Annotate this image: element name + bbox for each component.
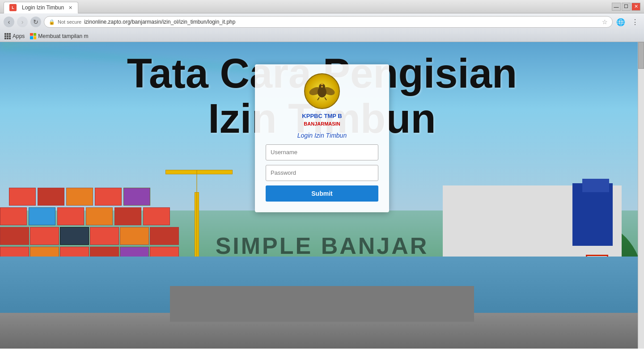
ray-1 [0, 42, 389, 44]
svg-point-5 [321, 86, 323, 88]
scrollbar[interactable] [638, 42, 644, 349]
org-location: BANJARMASIN [266, 121, 378, 126]
login-label: Login Izin Timbun [266, 132, 378, 139]
main-content: ⚠ Tata Cara Pengisian Izin Timbun SIMPLE… [0, 42, 644, 349]
ray-2 [0, 42, 445, 46]
minimize-button[interactable]: — [612, 3, 621, 11]
tab-favicon: L [9, 4, 17, 11]
ground-area [170, 286, 474, 322]
eagle-emblem-icon [309, 78, 335, 105]
tab-close-button[interactable]: ✕ [68, 5, 72, 11]
maximize-button[interactable]: ☐ [622, 3, 631, 11]
password-input[interactable] [266, 165, 378, 181]
extensions-button[interactable]: 🌐 [615, 17, 626, 27]
forward-button[interactable]: › [17, 17, 28, 27]
apps-label: Apps [13, 33, 25, 39]
svg-line-6 [318, 97, 319, 100]
microsoft-bookmark[interactable]: Membuat tampilan m [30, 33, 88, 39]
watermark-text: SIMPLE BANJAR [216, 232, 429, 259]
refresh-button[interactable]: ↻ [30, 17, 41, 27]
bookmark-star-icon[interactable]: ☆ [602, 18, 608, 25]
addressbar-row: ‹ › ↻ 🔒 Not secure izinonline.zapto.org/… [0, 13, 644, 30]
microsoft-bookmark-label: Membuat tampilan m [38, 33, 88, 39]
login-card: KPPBC TMP B BANJARMASIN Login Izin Timbu… [255, 64, 389, 212]
security-icon: 🔒 [49, 19, 55, 25]
url-text: izinonline.zapto.org/banjarmasin/izin_ol… [84, 19, 235, 25]
svg-line-7 [325, 97, 326, 100]
logo-circle [304, 73, 340, 109]
apps-grid-icon [4, 33, 11, 39]
not-secure-label: Not secure [58, 19, 81, 25]
browser-action-buttons: 🌐 ⋮ [615, 17, 640, 27]
org-name: KPPBC TMP B [266, 113, 378, 120]
bookmarks-bar: Apps Membuat tampilan m [0, 30, 644, 42]
browser-tab[interactable]: L Login Izin Timbun ✕ [4, 2, 78, 13]
menu-button[interactable]: ⋮ [630, 17, 640, 27]
tab-title: Login Izin Timbun [22, 4, 64, 11]
back-button[interactable]: ‹ [4, 17, 14, 27]
svg-marker-4 [321, 82, 323, 85]
org-logo [304, 73, 340, 109]
titlebar: L Login Izin Timbun ✕ — ☐ ✕ [0, 0, 644, 13]
close-button[interactable]: ✕ [631, 3, 640, 11]
window-controls: — ☐ ✕ [612, 3, 640, 11]
submit-button[interactable]: Submit [266, 185, 378, 202]
scrollbar-thumb[interactable] [638, 42, 644, 69]
address-bar[interactable]: 🔒 Not secure izinonline.zapto.org/banjar… [44, 16, 613, 28]
username-input[interactable] [266, 144, 378, 160]
apps-bookmark[interactable]: Apps [4, 33, 25, 39]
microsoft-logo-icon [30, 33, 36, 39]
